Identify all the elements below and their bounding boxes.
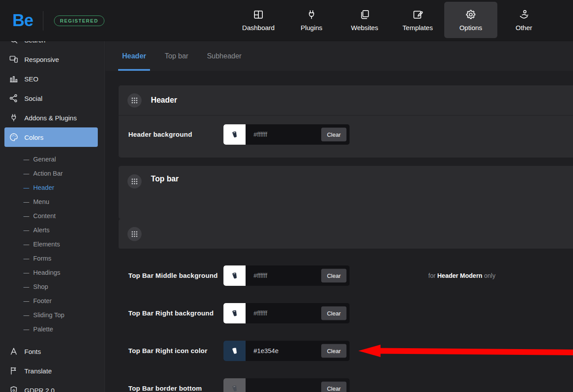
paint-bucket-icon[interactable] xyxy=(223,341,246,361)
submenu-item[interactable]: Menu xyxy=(0,195,104,209)
seo-icon xyxy=(9,74,19,84)
clear-button[interactable]: Clear xyxy=(321,381,346,392)
submenu-item-label: Elements xyxy=(33,241,60,248)
fonts-icon xyxy=(9,346,19,356)
sidebar-item[interactable]: G GDPR 2.0 xyxy=(4,380,98,392)
paint-bucket-icon[interactable] xyxy=(223,124,246,145)
color-picker-field[interactable]: #ffffff Clear xyxy=(223,265,350,286)
top-nav-label: Options xyxy=(459,24,482,31)
submenu-item[interactable]: Shop xyxy=(0,280,104,294)
submenu-item-label: Sliding Top xyxy=(33,311,65,319)
color-picker-field[interactable]: #1e354e Clear xyxy=(223,341,350,361)
option-row: Header background xyxy=(119,115,573,153)
colors-submenu: General Action Bar Header Menu xyxy=(0,152,104,336)
option-note: for Header Modern only xyxy=(428,272,496,279)
clear-button[interactable]: Clear xyxy=(321,127,346,141)
drag-handle-icon[interactable] xyxy=(127,93,142,108)
paint-bucket-icon[interactable] xyxy=(223,303,246,323)
section-title: Header xyxy=(151,96,177,105)
option-row: Top Bar Right icon color xyxy=(119,332,573,369)
sidebar-item[interactable]: Fonts xyxy=(4,342,98,361)
tab[interactable]: Top bar xyxy=(163,41,189,71)
color-picker-field[interactable]: #ffffff Clear xyxy=(223,124,350,145)
brand: Be REGISTERED xyxy=(12,0,104,41)
paint-bucket-icon[interactable] xyxy=(223,378,246,392)
top-nav-item[interactable]: Dashboard xyxy=(232,2,285,38)
svg-text:G: G xyxy=(12,388,15,392)
submenu-item[interactable]: Elements xyxy=(0,237,104,251)
search-icon xyxy=(9,41,19,45)
submenu-item[interactable]: Footer xyxy=(0,294,104,308)
sidebar-top-group: Search Responsive SEO Social xyxy=(0,41,104,147)
clear-button[interactable]: Clear xyxy=(321,306,346,320)
sidebar-item-label: Translate xyxy=(24,367,52,375)
submenu-item[interactable]: Alerts xyxy=(0,223,104,237)
submenu-item-label: Action Bar xyxy=(33,170,63,177)
submenu-item[interactable]: Sliding Top xyxy=(0,308,104,322)
top-nav-item[interactable]: Options xyxy=(444,2,497,38)
plug-icon xyxy=(306,9,317,20)
submenu-item[interactable]: Action Bar xyxy=(0,166,104,181)
submenu-item-label: Header xyxy=(33,184,54,191)
sidebar: Search Responsive SEO Social xyxy=(0,41,105,392)
betheme-logo[interactable]: Be xyxy=(12,11,33,30)
submenu-item[interactable]: Forms xyxy=(0,251,104,265)
top-nav-item[interactable]: Plugins xyxy=(285,2,338,38)
note-part: only xyxy=(484,272,496,279)
submenu-item[interactable]: Palette xyxy=(0,322,104,336)
top-nav-label: Templates xyxy=(403,24,433,31)
templates-icon xyxy=(412,9,423,20)
settings-section xyxy=(119,219,573,249)
sidebar-item-label: Search xyxy=(24,41,46,44)
submenu-item[interactable]: Headings xyxy=(0,265,104,280)
sidebar-item[interactable]: Translate xyxy=(4,361,98,380)
sidebar-item[interactable]: Responsive xyxy=(4,50,98,69)
social-icon xyxy=(9,93,19,103)
submenu-item[interactable]: Header xyxy=(0,181,104,195)
clear-button[interactable]: Clear xyxy=(321,344,346,357)
option-row: Top Bar Right background xyxy=(119,294,573,332)
top-nav-label: Other xyxy=(515,24,532,31)
option-label: Header background xyxy=(119,131,223,138)
websites-icon xyxy=(359,9,370,20)
paint-bucket-icon[interactable] xyxy=(223,265,246,286)
brand-divider xyxy=(43,11,43,31)
submenu-item-label: Footer xyxy=(33,297,52,304)
color-picker-field[interactable]: Clear xyxy=(223,378,350,392)
tab-bar: Header Top bar Subheader xyxy=(105,41,573,71)
hand-person-icon xyxy=(518,9,530,20)
tab[interactable]: Header xyxy=(121,41,147,71)
main-panel: Header Top bar Subheader xyxy=(105,41,573,392)
tab[interactable]: Subheader xyxy=(206,41,243,71)
sidebar-item[interactable]: Colors xyxy=(4,127,98,147)
top-nav-item[interactable]: Templates xyxy=(391,2,444,38)
top-nav-item[interactable]: Other xyxy=(497,2,550,38)
note-part: Header Modern xyxy=(437,272,482,279)
app-window: Be REGISTERED Dashboard Plugins Websites xyxy=(0,0,573,392)
clear-button[interactable]: Clear xyxy=(321,269,346,282)
sidebar-item-label: SEO xyxy=(24,75,38,83)
top-app-bar: Be REGISTERED Dashboard Plugins Websites xyxy=(0,0,573,41)
sidebar-item-label: Addons & Plugins xyxy=(24,114,77,122)
submenu-item-label: General xyxy=(33,156,56,163)
submenu-item-label: Alerts xyxy=(33,227,50,234)
sidebar-item-label: GDPR 2.0 xyxy=(24,387,54,392)
option-label: Top Bar border bottom xyxy=(119,384,223,392)
gear-icon xyxy=(465,9,477,20)
submenu-item[interactable]: General xyxy=(0,152,104,166)
drag-handle-icon[interactable] xyxy=(127,227,142,241)
section-rows: Header background xyxy=(119,115,573,153)
top-nav-item[interactable]: Websites xyxy=(338,2,391,38)
sidebar-item[interactable]: Addons & Plugins xyxy=(4,108,98,127)
sidebar-item[interactable]: Search xyxy=(4,41,98,50)
color-picker-field[interactable]: #ffffff Clear xyxy=(223,303,350,323)
option-label: Top Bar Right background xyxy=(119,309,223,317)
submenu-item[interactable]: Content xyxy=(0,209,104,223)
palette-icon xyxy=(9,132,19,142)
drag-handle-icon[interactable] xyxy=(127,174,142,188)
registered-badge: REGISTERED xyxy=(54,15,105,26)
shield-icon: G xyxy=(9,385,19,392)
sidebar-item[interactable]: Social xyxy=(4,88,98,108)
sidebar-item[interactable]: SEO xyxy=(4,69,98,88)
top-nav-label: Websites xyxy=(351,24,378,31)
